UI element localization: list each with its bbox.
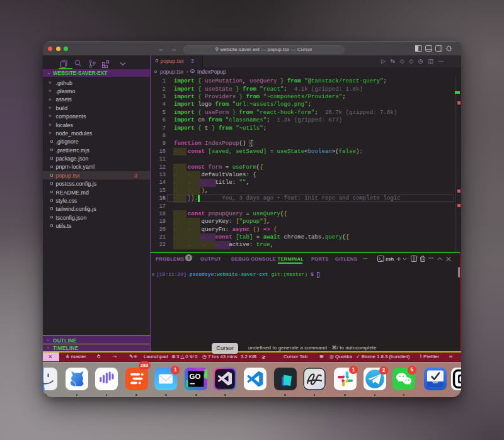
- svg-text:GO: GO: [190, 373, 201, 380]
- svg-text:zsh: zsh: [386, 256, 394, 262]
